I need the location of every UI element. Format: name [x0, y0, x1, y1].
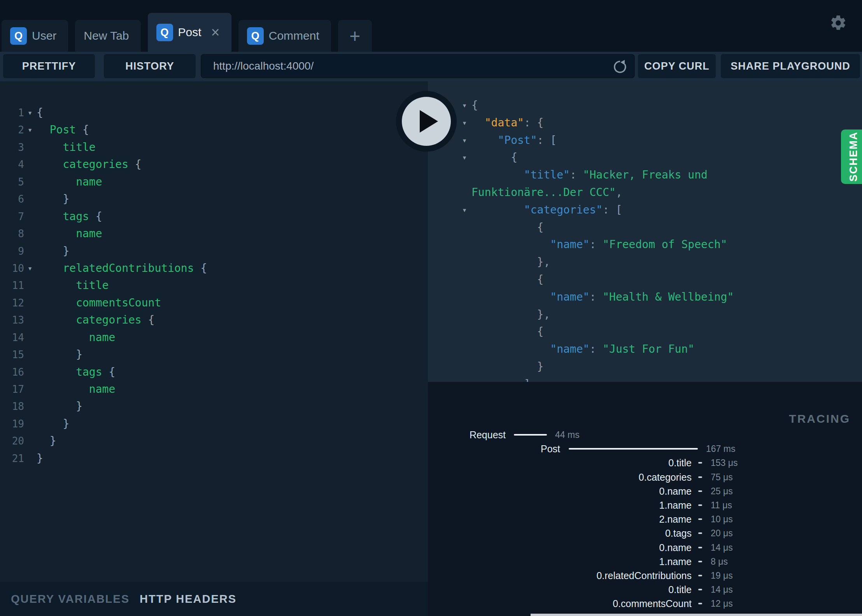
line-number: 19 [0, 415, 24, 432]
reload-icon[interactable] [611, 58, 629, 75]
tracing-label: Request [470, 429, 506, 441]
code-text: name [0, 381, 428, 398]
code-text: { [428, 97, 862, 114]
share-playground-button[interactable]: SHARE PLAYGROUND [721, 54, 860, 78]
code-line: 13 categories { [0, 312, 428, 329]
settings-gear-icon[interactable] [829, 14, 847, 32]
execute-query-button[interactable] [396, 91, 457, 152]
code-text: } [0, 243, 428, 260]
code-line: 18 } [0, 398, 428, 415]
code-line: 12 commentsCount [0, 294, 428, 312]
toolbar: PRETTIFY HISTORY COPY CURL SHARE PLAYGRO… [0, 52, 862, 81]
tracing-row: 0.title153 μs [428, 457, 862, 469]
code-text: name [0, 329, 428, 346]
tracing-bar [569, 448, 698, 450]
query-code[interactable]: 1▾{2▾ Post {3 title4 categories {5 name6… [0, 104, 428, 467]
tracing-label: 1.name [659, 499, 692, 511]
line-number: 16 [0, 364, 24, 381]
code-line: ▾ "categories": [ [428, 201, 862, 219]
line-number: 10 [0, 260, 24, 277]
line-number: 9 [0, 243, 24, 260]
query-badge: Q [156, 24, 173, 41]
tracing-dash [698, 547, 702, 548]
copy-curl-button[interactable]: COPY CURL [638, 54, 716, 78]
code-text: } [0, 191, 428, 208]
fold-arrow-icon[interactable]: ▾ [460, 97, 469, 114]
tracing-row: 1.name8 μs [428, 556, 862, 567]
code-line: 10▾ relatedContributions { [0, 260, 428, 277]
tab-label: New Tab [84, 29, 129, 42]
tracing-value: 19 μs [711, 570, 733, 581]
tracing-label: 0.name [659, 542, 692, 553]
tracing-label: 0.categories [639, 471, 692, 483]
fold-arrow-icon[interactable]: ▾ [25, 104, 35, 121]
code-text: relatedContributions { [0, 260, 428, 277]
close-icon[interactable]: × [211, 25, 220, 40]
line-number: 6 [0, 191, 24, 208]
tracing-title: TRACING [789, 412, 850, 425]
code-text: { [428, 149, 862, 166]
new-tab-button[interactable]: + [338, 20, 372, 52]
line-number: 18 [0, 398, 24, 415]
tracing-dash [698, 575, 702, 576]
code-line: ] [428, 376, 862, 382]
tracing-value: 11 μs [711, 499, 732, 511]
prettify-button[interactable]: PRETTIFY [3, 54, 95, 78]
line-number: 1 [0, 104, 24, 121]
code-text: tags { [0, 364, 428, 381]
tracing-row: Post167 ms [428, 443, 862, 455]
history-button[interactable]: HISTORY [104, 54, 196, 78]
query-editor-pane[interactable]: 1▾{2▾ Post {3 title4 categories {5 name6… [0, 81, 428, 582]
tracing-row: Request44 ms [428, 429, 862, 441]
tracing-value: 10 μs [711, 513, 733, 525]
tracing-value: 14 μs [711, 584, 733, 595]
code-line: { [428, 271, 862, 289]
line-number: 7 [0, 208, 24, 225]
tab-comment[interactable]: QComment [238, 20, 331, 52]
code-line: }, [428, 306, 862, 324]
code-text: Post { [0, 121, 428, 138]
code-line: ▾ "Post": [ [428, 132, 862, 149]
fold-arrow-icon[interactable]: ▾ [460, 201, 469, 219]
code-text: "name": "Freedom of Speech" [428, 236, 862, 254]
horizontal-scrollbar[interactable] [531, 614, 862, 616]
fold-arrow-icon[interactable]: ▾ [460, 132, 469, 149]
tracing-label: 0.commentsCount [613, 598, 692, 609]
code-text: "name": "Just For Fun" [428, 341, 862, 358]
tracing-dash [698, 561, 702, 562]
query-variables-tab[interactable]: QUERY VARIABLES [11, 593, 130, 606]
code-line: 21} [0, 450, 428, 467]
tracing-label: 0.name [659, 485, 692, 497]
tracing-dash [698, 504, 702, 506]
fold-arrow-icon[interactable]: ▾ [460, 114, 469, 132]
code-line: { [428, 219, 862, 236]
tracing-row: 0.categories75 μs [428, 471, 862, 483]
schema-tab[interactable]: SCHEMA [841, 130, 862, 184]
code-line: ▾{ [428, 97, 862, 114]
code-text: title [0, 277, 428, 294]
endpoint-url-input[interactable] [201, 54, 635, 78]
line-number: 17 [0, 381, 24, 398]
http-headers-tab[interactable]: HTTP HEADERS [140, 593, 237, 606]
tracing-value: 44 ms [555, 429, 580, 441]
tracing-panel: TRACING Request44 msPost167 ms0.title153… [428, 382, 862, 616]
code-line: 14 name [0, 329, 428, 346]
tracing-value: 167 ms [706, 443, 735, 455]
tracing-dash [698, 476, 702, 478]
tracing-label: 0.title [668, 457, 692, 469]
tracing-value: 14 μs [711, 542, 733, 553]
code-text: ] [428, 376, 862, 382]
fold-arrow-icon[interactable]: ▾ [25, 121, 35, 138]
tab-post[interactable]: QPost× [148, 13, 231, 52]
code-line: 20 } [0, 432, 428, 450]
tab-user[interactable]: QUser [2, 20, 68, 52]
tab-new-tab[interactable]: New Tab [75, 20, 140, 52]
code-line: 1▾{ [0, 104, 428, 121]
fold-arrow-icon[interactable]: ▾ [460, 149, 469, 166]
tracing-dash [698, 532, 702, 534]
code-line: { [428, 323, 862, 341]
fold-arrow-icon[interactable]: ▾ [25, 260, 35, 277]
code-line: "name": "Freedom of Speech" [428, 236, 862, 254]
line-number: 15 [0, 346, 24, 363]
topbar: QUserNew TabQPost×QComment+ [0, 0, 862, 52]
